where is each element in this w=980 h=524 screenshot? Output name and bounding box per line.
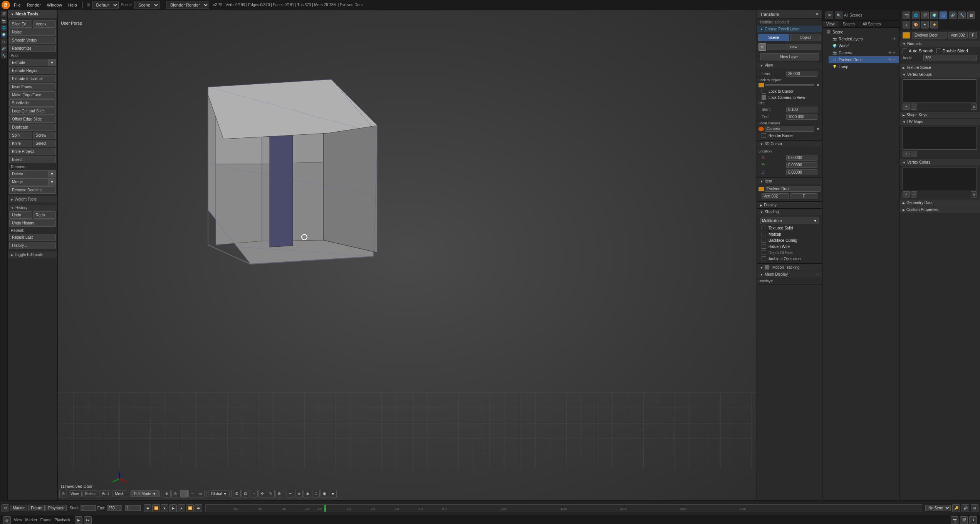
item-f-value[interactable]: F xyxy=(790,193,818,199)
start-frame-input[interactable] xyxy=(81,505,96,511)
geometry-data-header[interactable]: Geometry Data xyxy=(899,199,980,206)
smooth-vertex-button[interactable]: Smooth Vertex xyxy=(9,37,56,44)
keying-icon[interactable]: 🔑 xyxy=(952,504,960,512)
vg-add-btn[interactable]: + xyxy=(903,104,910,110)
proportional-btn[interactable]: ◎ xyxy=(171,490,179,497)
mesh-menu-btn[interactable]: Mesh xyxy=(112,491,127,497)
extrude-region-button[interactable]: Extrude Region xyxy=(9,67,56,74)
slide-ed-button[interactable]: Slide Ed xyxy=(9,20,32,28)
shading-section-header[interactable]: Shading xyxy=(757,209,822,215)
new-btn[interactable]: New xyxy=(767,44,821,50)
vert-select-btn[interactable]: · xyxy=(180,490,188,497)
auto-smooth-checkbox[interactable] xyxy=(903,49,907,53)
cursor-y-value[interactable]: 0.00000 xyxy=(786,162,817,168)
extrude-individual-button[interactable]: Extrude Individual xyxy=(9,75,56,82)
props-icon-physics[interactable]: ⚡ xyxy=(930,21,938,28)
lens-value[interactable]: 35.000 xyxy=(786,71,817,77)
viewport[interactable]: User Persp xyxy=(58,10,757,500)
props-icon-texture[interactable]: 🎨 xyxy=(912,21,920,28)
jump-end-btn[interactable]: ⏭ xyxy=(195,504,202,512)
search-tab[interactable]: Search xyxy=(839,21,859,27)
view-icon-btn[interactable]: 👁 xyxy=(826,12,833,19)
item-vert-value[interactable]: Vert.002 xyxy=(762,193,789,199)
item-section-header[interactable]: Item xyxy=(757,178,822,184)
offset-edge-slide-button[interactable]: Offset Edge Slide xyxy=(9,116,56,123)
manipulator-btn[interactable]: ↔ xyxy=(250,490,258,497)
jump-start-btn[interactable]: ⏮ xyxy=(144,504,151,512)
tree-camera[interactable]: 📷 Camera 👁 ✔ xyxy=(829,49,899,56)
uv-remove-btn[interactable]: - xyxy=(911,151,917,157)
grab-btn[interactable]: ✥ xyxy=(258,490,266,497)
texture-space-header[interactable]: Texture Space xyxy=(899,64,980,71)
history-btn[interactable]: History... xyxy=(9,242,56,249)
depth-of-field-checkbox[interactable] xyxy=(762,250,766,255)
vc-add-btn[interactable]: + xyxy=(903,191,910,198)
backface-culling-checkbox[interactable] xyxy=(762,238,766,243)
view-tab[interactable]: View xyxy=(822,21,839,27)
side-icon-layers[interactable]: 🌐 xyxy=(1,25,7,31)
vg-settings-icon[interactable]: ⚙ xyxy=(971,104,977,110)
motion-tracking-header[interactable]: Motion Tracking xyxy=(757,264,822,271)
vc-settings-icon[interactable]: ⚙ xyxy=(971,191,977,198)
layer-btn[interactable]: ◈ xyxy=(295,490,303,497)
shading-mode-dropdown[interactable]: Multitexture ▼ xyxy=(760,218,819,224)
side-icon-scene[interactable]: 🎬 xyxy=(1,11,7,17)
randomize-button[interactable]: Randomize xyxy=(9,45,56,52)
delete-button[interactable]: Delete xyxy=(9,170,49,177)
shape-keys-header[interactable]: Shape Keys xyxy=(899,111,980,118)
edge-select-btn[interactable]: — xyxy=(188,490,196,497)
transform-close[interactable]: ✕ xyxy=(816,12,819,17)
make-edge-face-button[interactable]: Make Edge/Face xyxy=(9,91,56,99)
bisect-button[interactable]: Bisect xyxy=(9,156,56,163)
end-frame-input[interactable] xyxy=(107,505,122,511)
lock-to-cursor-checkbox[interactable] xyxy=(762,89,766,94)
magnet-btn[interactable]: ⊡ xyxy=(242,490,249,497)
lock-camera-checkbox[interactable] xyxy=(762,95,766,100)
status-info-icon[interactable]: ℹ xyxy=(969,516,977,524)
repeat-last-button[interactable]: Repeat Last xyxy=(9,234,56,241)
props-icon-object[interactable]: ◻ xyxy=(940,12,947,19)
status-step-icon[interactable]: ⏭ xyxy=(84,516,92,524)
props-icon-render[interactable]: 📷 xyxy=(903,12,910,19)
side-icon-world[interactable]: 🌍 xyxy=(1,32,7,38)
side-icon-object[interactable]: ◻ xyxy=(1,39,7,45)
global-btn[interactable]: Global ▼ xyxy=(208,491,230,497)
status-view[interactable]: View xyxy=(14,518,22,522)
noise-button[interactable]: Noise xyxy=(9,28,56,36)
props-icon-layers[interactable]: 🌐 xyxy=(912,12,920,19)
audio-icon[interactable]: 🔊 xyxy=(962,504,969,512)
clip-end-value[interactable]: 1000.000 xyxy=(786,114,817,120)
lock-object-clear[interactable]: ✕ xyxy=(815,83,821,87)
view-section-header[interactable]: View xyxy=(757,62,822,69)
props-icon-scene[interactable]: 🎬 xyxy=(921,12,929,19)
mesh-display-header[interactable]: Mesh Display — xyxy=(757,271,822,278)
merge-arrow[interactable]: ▼ xyxy=(49,178,56,186)
custom-properties-header[interactable]: Custom Properties xyxy=(899,206,980,213)
next-frame-btn[interactable]: ⏩ xyxy=(186,504,194,512)
render-engine-selector[interactable]: Blender Render xyxy=(166,2,209,8)
new-layer-button[interactable]: New Layer xyxy=(760,53,819,60)
marker-btn[interactable]: Marker xyxy=(10,505,27,511)
knife-project-button[interactable]: Knife Project xyxy=(9,148,56,155)
current-frame-input[interactable] xyxy=(125,505,141,511)
inset-faces-button[interactable]: Inset Faces xyxy=(9,83,56,90)
weight-tools-toggle[interactable]: Weight Tools xyxy=(8,196,57,203)
uv-maps-header[interactable]: UV Maps xyxy=(899,118,980,125)
vg-remove-btn[interactable]: - xyxy=(911,104,917,110)
undo-button[interactable]: Undo xyxy=(9,211,32,219)
viewport-shade-1[interactable]: □ xyxy=(312,490,320,497)
status-play-icon[interactable]: ▶ xyxy=(75,516,82,524)
add-menu-btn[interactable]: Add xyxy=(99,491,111,497)
cursor-section-header[interactable]: 3D Cursor — xyxy=(757,141,822,147)
props-icon-constraints[interactable]: 🔗 xyxy=(949,12,957,19)
camera-clear[interactable]: ✕ xyxy=(815,127,821,131)
status-render-icon[interactable]: 🎬 xyxy=(960,516,968,524)
tree-render-layers[interactable]: 📷 RenderLayers 👁 xyxy=(829,35,899,42)
menu-file[interactable]: File xyxy=(11,2,24,8)
status-frame[interactable]: Frame xyxy=(40,518,52,522)
menu-render[interactable]: Render xyxy=(24,2,44,8)
tree-evolved-door[interactable]: ◻ Evolved Door 👁 ✔ xyxy=(829,56,899,63)
edit-mode-btn[interactable]: Edit Mode ▼ xyxy=(131,491,160,497)
render-border-checkbox[interactable] xyxy=(762,133,766,138)
motion-tracking-checkbox[interactable] xyxy=(765,265,769,270)
